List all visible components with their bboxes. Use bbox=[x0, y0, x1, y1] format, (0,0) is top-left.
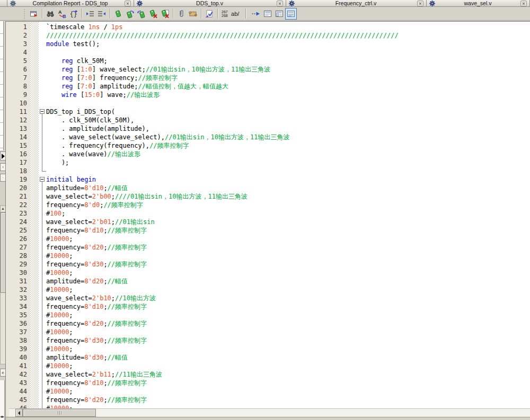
bookmark-margin-cell[interactable] bbox=[30, 353, 39, 362]
code-line[interactable]: 21wave_select=2'b00;////01输出sin，10输出方波，1… bbox=[6, 192, 530, 201]
code-text[interactable]: #10000; bbox=[46, 252, 530, 260]
code-line[interactable]: 27frequency=8'd20;//频率控制字 bbox=[6, 243, 530, 252]
pane-view-header-button[interactable] bbox=[285, 8, 297, 20]
code-line[interactable]: 10 bbox=[6, 99, 530, 108]
code-line[interactable]: 42wave_select=2'b11;//11输出三角波 bbox=[6, 370, 530, 379]
bookmark-margin-cell[interactable] bbox=[30, 370, 39, 379]
code-line[interactable]: 7 reg [7:0] frequency;//频率控制字 bbox=[6, 74, 530, 82]
code-line[interactable]: 2///////////////////////////////////////… bbox=[6, 31, 530, 40]
code-line[interactable]: 28#10000; bbox=[6, 252, 530, 260]
bookmark-margin-cell[interactable] bbox=[30, 184, 39, 192]
code-line[interactable]: 14 . wave_select(wave_select),//01输出sin，… bbox=[6, 133, 530, 141]
bookmark-margin-cell[interactable] bbox=[30, 74, 39, 82]
code-line[interactable]: 30#10000; bbox=[6, 269, 530, 277]
bookmark-margin-cell[interactable] bbox=[30, 82, 39, 91]
code-text[interactable]: #10000; bbox=[46, 362, 530, 370]
bookmark-margin-cell[interactable] bbox=[30, 345, 39, 353]
previous-bookmark-button[interactable] bbox=[136, 8, 147, 20]
code-text[interactable]: wave_select=2'b00;////01输出sin，10输出方波，11输… bbox=[46, 192, 530, 201]
bookmark-margin-cell[interactable] bbox=[30, 167, 39, 175]
indent-button[interactable] bbox=[84, 8, 96, 20]
bookmark-margin-cell[interactable] bbox=[30, 396, 39, 404]
scroll-up-icon[interactable]: ▲ bbox=[1, 206, 5, 212]
code-line[interactable]: 44#10000; bbox=[6, 387, 530, 396]
code-text[interactable] bbox=[46, 48, 530, 57]
code-text[interactable]: frequency=8'd20;//频率控制字 bbox=[46, 396, 530, 404]
code-line[interactable]: 31amplitude=8'd20;//幅值 bbox=[6, 277, 530, 285]
code-line[interactable]: 15 . frequency(frequency),//频率控制字 bbox=[6, 141, 530, 150]
code-line[interactable]: 36frequency=8'd20;//频率控制字 bbox=[6, 319, 530, 328]
code-text[interactable]: module test(); bbox=[46, 40, 530, 48]
editor-window-button[interactable] bbox=[28, 8, 40, 20]
code-line[interactable]: 11DDS_top i_DDS_top( bbox=[6, 108, 530, 116]
code-line[interactable]: 23#100; bbox=[6, 209, 530, 218]
code-text[interactable]: reg clk_50M; bbox=[46, 57, 530, 65]
code-text[interactable]: frequency=8'd20;//频率控制字 bbox=[46, 319, 530, 328]
collapse-minus-icon[interactable] bbox=[40, 109, 45, 114]
code-line[interactable]: 4 bbox=[6, 48, 530, 57]
fold-collapse-control[interactable] bbox=[39, 108, 46, 116]
tab-frequency-ctrl-v[interactable]: Frequency_ctrl.v× bbox=[286, 0, 427, 6]
code-text[interactable]: frequency=8'd10;//频率控制字 bbox=[46, 226, 530, 235]
code-line[interactable]: 19initial begin bbox=[6, 175, 530, 184]
code-text[interactable] bbox=[46, 167, 530, 175]
pane-view-full-button[interactable] bbox=[262, 8, 273, 20]
bookmark-margin-cell[interactable] bbox=[30, 91, 39, 99]
code-line[interactable]: 35#10000; bbox=[6, 311, 530, 319]
code-line[interactable]: 33wave_select=2'b10;//10输出方波 bbox=[6, 294, 530, 302]
code-line[interactable]: 34frequency=8'd10;//频率控制字 bbox=[6, 302, 530, 311]
code-text[interactable]: . clk_50M(clk_50M), bbox=[46, 116, 530, 124]
bookmark-margin-cell[interactable] bbox=[30, 362, 39, 370]
code-text[interactable]: frequency=8'd30;//频率控制字 bbox=[46, 336, 530, 345]
code-text[interactable]: frequency=8'd30;//频率控制字 bbox=[46, 260, 530, 269]
code-text[interactable]: `timescale 1ns / 1ps bbox=[46, 23, 530, 31]
bookmark-margin-cell[interactable] bbox=[30, 48, 39, 57]
fold-collapse-control[interactable] bbox=[39, 175, 46, 184]
bookmark-margin-cell[interactable] bbox=[30, 277, 39, 285]
code-line[interactable]: 38frequency=8'd30;//频率控制字 bbox=[6, 336, 530, 345]
next-bookmark-button[interactable] bbox=[124, 8, 136, 20]
bookmark-margin-cell[interactable] bbox=[30, 158, 39, 167]
code-line[interactable]: 25frequency=8'd10;//频率控制字 bbox=[6, 226, 530, 235]
code-line[interactable]: 32#10000; bbox=[6, 285, 530, 294]
scroll-left-button[interactable] bbox=[15, 409, 23, 417]
tab-close-icon[interactable]: × bbox=[125, 1, 131, 6]
code-line[interactable]: 22frequency=8'd0;//频率控制字 bbox=[6, 201, 530, 209]
code-text[interactable]: ////////////////////////////////////////… bbox=[46, 31, 530, 40]
find-button[interactable] bbox=[45, 8, 56, 20]
comment-button[interactable]: ab/ bbox=[229, 8, 241, 20]
code-text[interactable]: DDS_top i_DDS_top( bbox=[46, 108, 530, 116]
code-line[interactable]: 8 reg [7:0] amplitude;//幅值控制，值越大，幅值越大 bbox=[6, 82, 530, 91]
horizontal-scrollbar[interactable] bbox=[9, 408, 530, 417]
bookmark-margin-cell[interactable] bbox=[30, 31, 39, 40]
code-line[interactable]: 45frequency=8'd20;//频率控制字 bbox=[6, 396, 530, 404]
code-text[interactable]: reg [7:0] frequency;//频率控制字 bbox=[46, 74, 530, 82]
code-text[interactable]: #10000; bbox=[46, 311, 530, 319]
bookmark-margin-cell[interactable] bbox=[30, 133, 39, 141]
code-line[interactable]: 40amplitude=8'd30;//幅值 bbox=[6, 353, 530, 362]
code-line[interactable]: 43frequency=8'd10;//频率控制字 bbox=[6, 379, 530, 387]
tab-dds-top-v[interactable]: DDS_top.v× bbox=[134, 0, 286, 6]
code-text[interactable]: reg [1:0] wave_select;//01输出sin，10输出方波，1… bbox=[46, 65, 530, 74]
bookmark-margin-cell[interactable] bbox=[30, 99, 39, 108]
bookmark-margin-cell[interactable] bbox=[30, 235, 39, 243]
code-line[interactable]: 12 . clk_50M(clk_50M), bbox=[6, 116, 530, 124]
code-text[interactable]: frequency=8'd10;//频率控制字 bbox=[46, 379, 530, 387]
code-text[interactable]: #10000; bbox=[46, 269, 530, 277]
code-text[interactable] bbox=[46, 99, 530, 108]
code-text[interactable]: ); bbox=[46, 158, 530, 167]
code-text[interactable]: #10000; bbox=[46, 285, 530, 294]
bookmark-margin-cell[interactable] bbox=[30, 302, 39, 311]
tab-close-icon[interactable]: × bbox=[277, 1, 283, 6]
code-line[interactable]: 5 reg clk_50M; bbox=[6, 57, 530, 65]
bookmark-margin-cell[interactable] bbox=[30, 226, 39, 235]
toggle-bookmark-button[interactable] bbox=[112, 8, 124, 20]
code-line[interactable]: 24wave_select=2'b01;//01输出sin bbox=[6, 218, 530, 226]
replace-button[interactable]: AB bbox=[56, 8, 68, 20]
code-editor[interactable]: 1`timescale 1ns / 1ps2//////////////////… bbox=[5, 21, 530, 420]
goto-button[interactable] bbox=[250, 8, 262, 20]
code-text[interactable]: frequency=8'd20;//频率控制字 bbox=[46, 243, 530, 252]
macro-button[interactable] bbox=[187, 8, 199, 20]
bookmark-margin-cell[interactable] bbox=[30, 311, 39, 319]
code-text[interactable]: #10000; bbox=[46, 235, 530, 243]
